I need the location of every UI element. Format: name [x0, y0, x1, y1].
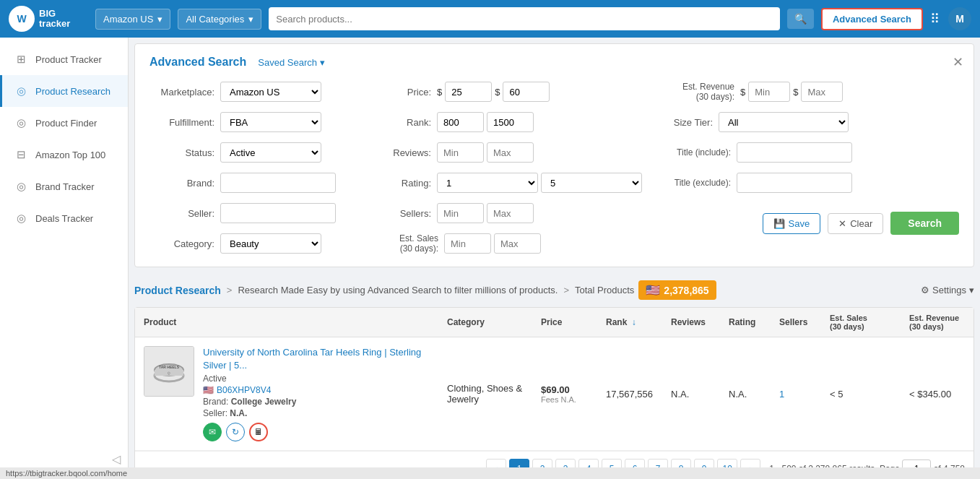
chevron-down-icon: ▾: [320, 57, 325, 68]
col-category: Category: [447, 317, 541, 327]
product-sellers[interactable]: 1: [779, 389, 830, 400]
categories-dropdown[interactable]: All Categories ▾: [178, 9, 261, 30]
refresh-icon: ↻: [232, 427, 239, 437]
rating-min-select[interactable]: 12345: [437, 173, 538, 193]
form-col-1: Marketplace: Amazon US Amazon UK Amazon …: [149, 80, 352, 255]
grid-icon[interactable]: ⠿: [930, 11, 940, 27]
price-max-input[interactable]: [503, 82, 550, 102]
svg-text:⍜: ⍜: [168, 371, 170, 375]
add-to-tracker-button[interactable]: ✉: [203, 423, 222, 441]
sellers-range: [437, 203, 534, 223]
search-button[interactable]: 🔍: [787, 9, 814, 29]
category-label: Category:: [149, 238, 214, 249]
marketplace-dropdown[interactable]: Amazon US ▾: [95, 9, 170, 30]
product-info: University of North Carolina Tar Heels R…: [203, 346, 447, 441]
sellers-max-input[interactable]: [487, 203, 534, 223]
seller-label: Seller:: [149, 208, 214, 219]
breadcrumb-product-research[interactable]: Product Research: [134, 285, 221, 296]
product-est-sales: < 5: [830, 389, 909, 400]
size-tier-row: Size Tier: All Small Standard Large Stan…: [655, 111, 959, 134]
marketplace-row: Marketplace: Amazon US Amazon UK Amazon …: [149, 80, 352, 103]
rating-label: Rating:: [366, 178, 431, 189]
est-revenue-max-input[interactable]: [801, 82, 843, 102]
rank-min-input[interactable]: [437, 112, 484, 132]
marketplace-select[interactable]: Amazon US Amazon UK Amazon DE: [220, 82, 321, 102]
status-label: Status:: [149, 147, 214, 158]
title-exclude-row: Title (exclude):: [655, 171, 959, 194]
clear-button[interactable]: ✕ Clear: [828, 213, 883, 234]
save-button[interactable]: 💾 Save: [763, 213, 821, 234]
rank-max-input[interactable]: [487, 112, 534, 132]
col-est-sales: Est. Sales(30 days): [830, 314, 909, 331]
reviews-max-input[interactable]: [487, 142, 534, 163]
rating-max-select[interactable]: 54321: [541, 173, 642, 193]
status-select[interactable]: Active Inactive All: [220, 142, 321, 163]
est-sales-row: Est. Sales(30 days):: [366, 232, 641, 255]
sidebar-item-amazon-top-100[interactable]: ⊟ Amazon Top 100: [0, 139, 128, 171]
price-min-input[interactable]: [445, 82, 492, 102]
search-button[interactable]: Search: [890, 212, 959, 235]
est-sales-max-input[interactable]: [494, 233, 541, 254]
product-status: Active: [203, 374, 447, 384]
product-brand: Brand: College Jewelry: [203, 397, 447, 407]
sidebar: ⊞ Product Tracker ◎ Product Research ◎ P…: [0, 38, 129, 479]
sidebar-item-brand-tracker[interactable]: ◎ Brand Tracker: [0, 171, 128, 202]
category-row: Category: Beauty Electronics Clothing: [149, 232, 352, 255]
refresh-button[interactable]: ↻: [226, 423, 245, 441]
user-avatar[interactable]: M: [948, 7, 971, 30]
sellers-min-input[interactable]: [437, 203, 484, 223]
product-asin[interactable]: 🇺🇸 B06XHPV8V4: [203, 385, 447, 395]
calculator-button[interactable]: 🖩: [249, 423, 268, 441]
seller-input[interactable]: [220, 203, 336, 223]
chevron-down-icon: ▾: [157, 14, 162, 25]
sort-icon: ↓: [632, 317, 636, 327]
est-revenue-min-input[interactable]: [748, 82, 790, 102]
title-include-input[interactable]: [737, 142, 852, 163]
est-sales-range: [444, 233, 541, 254]
sidebar-item-product-finder[interactable]: ◎ Product Finder: [0, 107, 128, 139]
sidebar-item-product-research[interactable]: ◎ Product Research: [0, 75, 128, 107]
col-rank: Rank ↓: [606, 317, 671, 327]
est-revenue-label: Est. Revenue(30 days):: [655, 82, 734, 102]
form-col-3: Est. Revenue(30 days): $ $ Size Tier: Al…: [655, 80, 959, 255]
brand-input[interactable]: [220, 173, 336, 193]
search-form: Marketplace: Amazon US Amazon UK Amazon …: [149, 80, 959, 255]
col-reviews: Reviews: [671, 317, 729, 327]
fulfillment-select[interactable]: FBA FBM Both: [220, 112, 321, 132]
results-header: Product Research > Research Made Easy by…: [134, 273, 974, 307]
product-rank: 17,567,556: [606, 389, 671, 400]
reviews-row: Reviews:: [366, 141, 641, 164]
close-panel-button[interactable]: ✕: [953, 54, 963, 70]
settings-button[interactable]: ⚙ Settings ▾: [921, 285, 974, 295]
table-row: TAR HEELS ⍜ University of North Carolina…: [135, 337, 974, 451]
advanced-search-nav-button[interactable]: Advanced Search: [821, 8, 923, 30]
top-nav: W BIGtracker Amazon US ▾ All Categories …: [0, 0, 980, 38]
saved-search-button[interactable]: Saved Search ▾: [258, 57, 325, 68]
settings-icon: ⚙: [921, 285, 929, 295]
flag-small-icon: 🇺🇸: [203, 385, 214, 395]
title-exclude-input[interactable]: [737, 173, 852, 193]
product-cell: TAR HEELS ⍜ University of North Carolina…: [144, 346, 447, 441]
est-sales-min-input[interactable]: [444, 233, 491, 254]
main-search-input[interactable]: [269, 7, 780, 30]
brand-row: Brand:: [149, 171, 352, 194]
total-products-label: Total Products: [575, 285, 634, 295]
sidebar-item-deals-tracker[interactable]: ◎ Deals Tracker: [0, 202, 128, 234]
product-image: TAR HEELS ⍜: [144, 347, 194, 396]
clear-icon: ✕: [838, 218, 846, 229]
col-product: Product: [144, 317, 447, 327]
product-title[interactable]: University of North Carolina Tar Heels R…: [203, 346, 447, 372]
panel-header: Advanced Search Saved Search ▾: [149, 56, 959, 69]
sidebar-item-product-tracker[interactable]: ⊞ Product Tracker: [0, 43, 128, 75]
product-finder-icon: ◎: [14, 116, 28, 130]
reviews-min-input[interactable]: [437, 142, 484, 163]
category-select[interactable]: Beauty Electronics Clothing: [220, 233, 321, 254]
price-range: $ $: [437, 82, 550, 102]
fulfillment-row: Fulfillment: FBA FBM Both: [149, 111, 352, 134]
form-col-2: Price: $ $ Rank:: [366, 80, 641, 255]
reviews-range: [437, 142, 534, 163]
size-tier-select[interactable]: All Small Standard Large Standard Oversi…: [719, 112, 849, 132]
flag-icon: 🇺🇸: [646, 283, 660, 297]
rank-row: Rank:: [366, 111, 641, 134]
title-include-row: Title (include):: [655, 141, 959, 164]
